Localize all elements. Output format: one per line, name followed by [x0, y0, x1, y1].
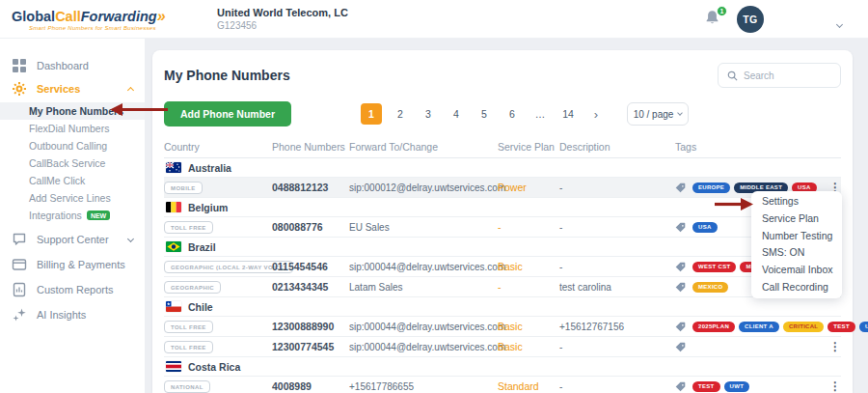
column-header-service-plan[interactable]: Service Plan — [498, 141, 559, 153]
billing-card-icon — [12, 257, 27, 272]
description: test carolina — [559, 282, 675, 293]
country-group-row: Australia — [164, 158, 841, 178]
row-menu-button[interactable]: ⋮ — [829, 379, 841, 393]
service-plan: Basic — [498, 261, 559, 272]
tag-pill: MEXICO — [692, 282, 728, 293]
page-button-6[interactable]: 6 — [502, 104, 522, 124]
logo-tagline: Smart Phone Numbers for Smart Businesses — [12, 25, 193, 31]
column-header-description[interactable]: Description — [559, 141, 675, 153]
page-size-value: 10 / page — [634, 109, 674, 120]
number-type-badge: TOLL FREE — [164, 221, 213, 234]
submenu-label: Integrations — [29, 210, 82, 221]
column-header-tags[interactable]: Tags — [675, 141, 824, 153]
country-name: Belgium — [188, 202, 228, 213]
number-type-badge: NATIONAL — [164, 380, 210, 393]
menu-item-number-testing[interactable]: Number Testing — [751, 228, 842, 245]
sidebar-item-add-service-lines[interactable]: Add Service Lines — [0, 189, 145, 207]
submenu-label: CallBack Service — [29, 157, 105, 169]
sidebar-item-callme-click[interactable]: CallMe Click — [0, 172, 145, 189]
account-menu-caret[interactable] — [837, 15, 842, 33]
main-content-card: My Phone Numbers Add Phone Number 1 2 3 … — [152, 50, 853, 393]
phone-number: 0115454546 — [272, 261, 349, 272]
search-input[interactable] — [744, 70, 830, 81]
tag-icon[interactable] — [675, 262, 686, 272]
table-row[interactable]: MOBILE 0488812123 sip:000012@delray.uwts… — [164, 178, 841, 198]
tag-pill: WEST CST — [692, 262, 736, 272]
table-row[interactable]: TOLL FREE 12300774545 sip:000044@delray.… — [164, 337, 841, 357]
table-row[interactable]: GEOGRAPHIC 0213434345 Latam Sales - test… — [164, 277, 841, 297]
sidebar-item-callback-service[interactable]: CallBack Service — [0, 154, 145, 172]
table-row[interactable]: GEOGRAPHIC (LOCAL 2-WAY VOICE) 011545454… — [164, 257, 841, 277]
menu-item-call-recording[interactable]: Call Recording — [751, 279, 842, 296]
column-header-country[interactable]: Country — [164, 141, 272, 153]
tag-pill: USA — [692, 222, 718, 233]
forward-to: Latam Sales — [349, 282, 498, 293]
app-logo[interactable]: GlobalCallForwarding» Smart Phone Number… — [0, 8, 193, 31]
page-button-1[interactable]: 1 — [361, 103, 382, 125]
gear-icon — [12, 81, 27, 97]
page-button-5[interactable]: 5 — [475, 104, 494, 124]
menu-item-sms-on[interactable]: SMS: ON — [751, 244, 842, 262]
menu-item-settings[interactable]: Settings — [751, 193, 842, 211]
tag-icon[interactable] — [675, 222, 686, 233]
report-icon — [12, 282, 27, 297]
services-submenu: My Phone Numbers FlexDial Numbers Outbou… — [0, 100, 145, 228]
number-type-badge: GEOGRAPHIC — [164, 281, 221, 294]
logo-word-global: Global — [12, 9, 55, 24]
sidebar-item-dashboard[interactable]: Dashboard — [0, 54, 145, 77]
country-name: Chile — [188, 301, 213, 313]
notifications-button[interactable]: 1 — [704, 9, 725, 30]
chevron-down-icon — [678, 110, 684, 116]
search-box[interactable] — [718, 63, 841, 88]
tag-icon[interactable] — [675, 182, 686, 193]
sidebar-item-integrations[interactable]: IntegrationsNEW — [0, 207, 145, 224]
sidebar-item-outbound-calling[interactable]: Outbound Calling — [0, 137, 145, 154]
sidebar-item-custom-reports[interactable]: Custom Reports — [0, 278, 145, 301]
add-phone-number-button[interactable]: Add Phone Number — [164, 101, 291, 126]
page-button-2[interactable]: 2 — [391, 104, 410, 124]
column-header-forward[interactable]: Forward To/Change — [349, 141, 498, 153]
sidebar-item-services[interactable]: Services — [0, 77, 145, 100]
country-group-row: Costa Rica — [164, 357, 841, 377]
sidebar-item-billing-payments[interactable]: Billing & Payments — [0, 253, 145, 276]
table-row[interactable]: NATIONAL 4008989 +15617786655 Standard -… — [164, 377, 841, 393]
phone-number: 12300774545 — [272, 341, 349, 352]
chevron-down-icon — [836, 21, 843, 28]
page-size-select[interactable]: 10 / page — [627, 102, 689, 126]
sidebar-item-flexdial-numbers[interactable]: FlexDial Numbers — [0, 120, 145, 137]
tag-icon[interactable] — [675, 381, 686, 392]
tag-icon[interactable] — [675, 342, 686, 352]
row-menu-button[interactable]: ⋮ — [829, 340, 841, 353]
phone-number: 12300888990 — [272, 321, 349, 332]
page-button-4[interactable]: 4 — [447, 104, 466, 124]
tag-pill: TEST — [692, 381, 720, 392]
belgium-flag-icon — [166, 202, 181, 212]
costa-rica-flag-icon — [166, 361, 181, 372]
table-row[interactable]: TOLL FREE 12300888990 sip:000044@delray.… — [164, 317, 841, 337]
menu-item-voicemail-inbox[interactable]: Voicemail Inbox — [751, 262, 842, 279]
service-plan: Power — [498, 182, 559, 193]
next-page-button[interactable]: › — [586, 104, 606, 124]
number-type-badge: TOLL FREE — [164, 341, 213, 353]
avatar[interactable]: TG — [737, 6, 764, 33]
tag-pill: EUROPE — [692, 182, 730, 193]
column-header-phone-numbers[interactable]: Phone Numbers — [272, 141, 349, 153]
page-button-3[interactable]: 3 — [419, 104, 438, 124]
sidebar-item-support-center[interactable]: Support Center — [0, 228, 145, 251]
page-ellipsis[interactable]: … — [530, 104, 550, 124]
tag-pill: CLIENT A — [739, 322, 779, 332]
table-row[interactable]: TOLL FREE 080088776 EU Sales - - USA ⋮ — [164, 217, 841, 238]
service-plan: Standard — [498, 380, 559, 392]
menu-item-service-plan[interactable]: Service Plan — [751, 211, 842, 228]
tag-icon[interactable] — [675, 322, 686, 332]
tag-icon[interactable] — [675, 282, 686, 293]
page-button-14[interactable]: 14 — [558, 104, 578, 124]
tag-list: MEXICO — [692, 282, 728, 293]
description: - — [559, 222, 675, 233]
number-type-badge: MOBILE — [164, 182, 203, 194]
service-plan: Basic — [498, 341, 559, 352]
notification-count-badge: 1 — [717, 6, 727, 16]
logo-word-call: Call — [55, 9, 81, 24]
number-type-badge: TOLL FREE — [164, 321, 213, 333]
sidebar-item-ai-insights[interactable]: AI Insights — [0, 303, 145, 326]
